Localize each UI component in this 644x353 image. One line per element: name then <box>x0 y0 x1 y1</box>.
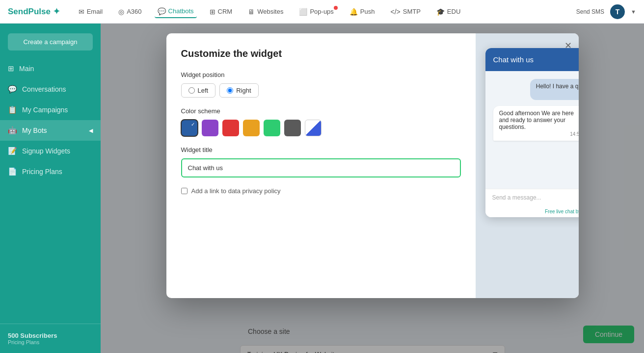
sidebar-item-my-bots[interactable]: 🤖 My Bots ◀ <box>0 120 101 141</box>
subscriber-count: 500 Subscribers <box>8 332 93 339</box>
nav-smtp[interactable]: </> SMTP <box>387 6 423 18</box>
color-swatch-custom[interactable] <box>305 120 322 136</box>
color-swatches-group: ✓ <box>181 120 461 136</box>
widget-title-input[interactable] <box>181 158 461 177</box>
modal-right-panel: ≡ Chat with us ✕ Hello! I have a questio… <box>476 33 579 298</box>
user-avatar[interactable]: T <box>610 4 625 19</box>
chat-input-placeholder: Send a message... <box>492 194 579 201</box>
chat-preview-title: Chat with us <box>493 55 534 64</box>
chatbots-icon: 💬 <box>158 7 166 15</box>
pricing-plan-link[interactable]: Pricing Plans <box>8 339 93 345</box>
chat-message-left: Good afternoon We are here and ready to … <box>493 106 579 141</box>
edu-icon: 🎓 <box>436 8 445 16</box>
my-bots-icon: 🤖 <box>8 126 17 135</box>
a360-icon: ◎ <box>118 8 124 16</box>
sidebar-item-signup-widgets[interactable]: 📝 Signup Widgets <box>0 141 101 161</box>
position-right-option[interactable]: Right <box>219 83 258 98</box>
sidebar-item-main[interactable]: ⊞ Main <box>0 58 101 79</box>
modal-title: Customize the widget <box>181 48 461 59</box>
push-icon: 🔔 <box>349 8 358 16</box>
color-swatch-orange[interactable] <box>243 120 260 136</box>
nav-a360[interactable]: ◎ A360 <box>115 6 144 18</box>
position-right-radio[interactable] <box>227 87 233 94</box>
crm-icon: ⊞ <box>210 8 215 16</box>
sidebar-item-conversations[interactable]: 💬 Conversations <box>0 79 101 100</box>
color-swatch-blue[interactable]: ✓ <box>181 120 198 136</box>
popups-badge <box>334 6 338 10</box>
my-bots-chevron-icon: ◀ <box>89 127 93 134</box>
modal-overlay: ✕ Customize the widget Widget position L… <box>101 24 644 353</box>
signup-widgets-icon: 📝 <box>8 147 17 155</box>
widget-position-label: Widget position <box>181 71 461 78</box>
app-logo: SendPulse ✦ <box>8 6 60 17</box>
nav-email[interactable]: ✉ Email <box>76 6 106 18</box>
main-icon: ⊞ <box>8 64 14 73</box>
main-layout: Create a campaign ⊞ Main 💬 Conversations… <box>0 24 644 353</box>
nav-crm[interactable]: ⊞ CRM <box>207 6 236 18</box>
color-scheme-label: Color scheme <box>181 107 461 115</box>
color-swatch-red[interactable] <box>222 120 239 136</box>
nav-push[interactable]: 🔔 Push <box>347 6 378 18</box>
email-icon: ✉ <box>79 8 84 16</box>
color-swatch-gray[interactable] <box>284 120 301 136</box>
conversations-icon: 💬 <box>8 85 17 94</box>
chat-preview-body: Hello! I have a question. 14:49 Good aft… <box>485 71 579 189</box>
nav-edu[interactable]: 🎓 EDU <box>433 6 463 18</box>
position-left-option[interactable]: Left <box>181 83 216 98</box>
websites-icon: 🖥 <box>248 8 255 16</box>
modal-left-panel: Customize the widget Widget position Lef… <box>166 33 476 298</box>
privacy-policy-checkbox[interactable] <box>181 188 188 194</box>
chat-branding: Free live chat by SendPulse <box>485 206 579 217</box>
chat-preview-header: Chat with us ✕ <box>485 48 579 71</box>
sidebar-item-my-campaigns[interactable]: 📋 My Campaigns <box>0 100 101 120</box>
privacy-policy-checkbox-row[interactable]: Add a link to data privacy policy <box>181 187 461 195</box>
customize-widget-modal: ✕ Customize the widget Widget position L… <box>166 33 579 298</box>
color-swatch-purple[interactable] <box>202 120 218 136</box>
sidebar: Create a campaign ⊞ Main 💬 Conversations… <box>0 24 101 353</box>
nav-websites[interactable]: 🖥 Websites <box>245 6 286 18</box>
pricing-plans-icon: 📄 <box>8 167 17 176</box>
top-navigation: SendPulse ✦ ✉ Email ◎ A360 💬 Chatbots ⊞ … <box>0 0 644 24</box>
widget-title-section: Widget title <box>181 146 461 177</box>
chat-preview-input-area: Send a message... <box>485 189 579 206</box>
sidebar-footer: 500 Subscribers Pricing Plans <box>0 324 101 353</box>
widget-title-label: Widget title <box>181 146 461 153</box>
sidebar-item-pricing-plans[interactable]: 📄 Pricing Plans <box>0 161 101 182</box>
popups-icon: ⬜ <box>299 8 307 16</box>
modal-close-button[interactable]: ✕ <box>564 40 572 51</box>
position-left-radio[interactable] <box>188 87 195 94</box>
create-campaign-button[interactable]: Create a campaign <box>8 33 93 50</box>
my-campaigns-icon: 📋 <box>8 105 17 114</box>
color-swatch-green[interactable] <box>264 120 280 136</box>
topnav-right: Send SMS T ▼ <box>576 4 636 19</box>
widget-position-section: Widget position Left Right <box>181 71 461 98</box>
content-area: Choose a site Training: UX Design for We… <box>101 24 644 353</box>
smtp-icon: </> <box>390 8 400 16</box>
nav-popups[interactable]: ⬜ Pop-ups <box>296 6 336 18</box>
chat-preview-widget: Chat with us ✕ Hello! I have a question.… <box>485 48 579 217</box>
user-dropdown-icon[interactable]: ▼ <box>631 9 636 15</box>
nav-chatbots[interactable]: 💬 Chatbots <box>155 5 197 18</box>
chat-message-right: Hello! I have a question. 14:49 <box>530 79 579 100</box>
send-sms-button[interactable]: Send SMS <box>576 8 604 15</box>
widget-position-radio-group: Left Right <box>181 83 461 98</box>
color-scheme-section: Color scheme ✓ <box>181 107 461 136</box>
